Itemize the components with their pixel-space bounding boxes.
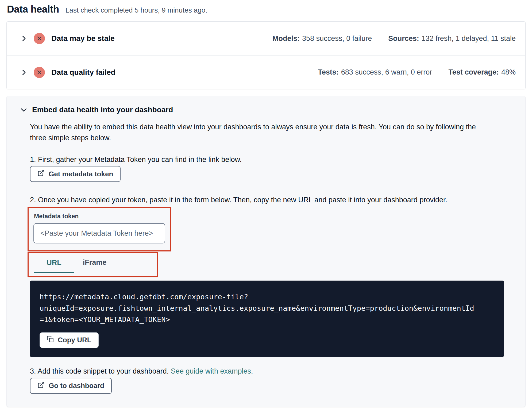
last-check-status: Last check completed 5 hours, 9 minutes … [65, 6, 207, 14]
status-row-left: Data may be stale [20, 33, 115, 44]
embed-section-header[interactable]: Embed data health into your dashboard [20, 106, 504, 114]
status-card: Data may be stale Models:358 success, 0 … [6, 21, 526, 89]
step-2-text: 2. Once you have copied your token, past… [30, 196, 504, 204]
copy-url-label: Copy URL [58, 336, 91, 344]
go-to-dashboard-label: Go to dashboard [49, 382, 104, 390]
embed-url-line: https://metadata.cloud.getdbt.com/exposu… [40, 291, 494, 303]
embed-description: You have the ability to embed this data … [30, 122, 490, 143]
metadata-token-label: Metadata token [34, 213, 165, 220]
models-stat: Models:358 success, 0 failure [272, 34, 372, 43]
guide-examples-link[interactable]: See guide with examples [171, 367, 251, 375]
copy-icon [47, 336, 54, 344]
step-1-text: 1. First, gather your Metadata Token you… [30, 156, 504, 164]
tab-iframe[interactable]: iFrame [74, 254, 115, 273]
data-health-page: Data health Last check completed 5 hours… [0, 0, 532, 407]
sources-stat: Sources:132 fresh, 1 delayed, 11 stale [388, 34, 516, 43]
get-metadata-token-button[interactable]: Get metadata token [30, 166, 121, 182]
output-format-tab-bar: URL iFrame [30, 254, 504, 273]
status-row-title: Data quality failed [51, 68, 115, 77]
embed-url-code-block: https://metadata.cloud.getdbt.com/exposu… [30, 281, 504, 357]
step-3-prefix: 3. Add this code snippet to your dashboa… [30, 367, 171, 375]
error-x-icon [34, 33, 45, 44]
copy-url-button[interactable]: Copy URL [40, 332, 99, 348]
go-to-dashboard-button[interactable]: Go to dashboard [30, 378, 112, 394]
chevron-down-icon[interactable] [20, 106, 28, 114]
chevron-right-icon[interactable] [20, 68, 28, 76]
embed-url-line: =1&token=<YOUR_METADATA_TOKEN> [40, 314, 494, 325]
get-metadata-token-label: Get metadata token [49, 170, 113, 178]
status-row-stats: Tests:683 success, 6 warn, 0 error Test … [318, 67, 516, 77]
embed-url-line: uniqueId=exposure.fishtown_internal_anal… [40, 303, 494, 314]
embed-section: Embed data health into your dashboard Yo… [6, 96, 526, 407]
stat-divider [440, 67, 440, 77]
token-form-annotation-box: Metadata token [28, 207, 171, 251]
metadata-token-input[interactable] [33, 223, 165, 243]
chevron-right-icon[interactable] [20, 34, 28, 42]
status-row-data-stale[interactable]: Data may be stale Models:358 success, 0 … [7, 22, 525, 55]
embed-section-title: Embed data health into your dashboard [32, 106, 173, 114]
step-3-suffix: . [251, 367, 253, 375]
external-link-icon [37, 381, 45, 390]
status-row-data-quality[interactable]: Data quality failed Tests:683 success, 6… [7, 55, 525, 89]
stat-divider [380, 33, 380, 44]
external-link-icon [37, 169, 45, 179]
step-3-text: 3. Add this code snippet to your dashboa… [30, 367, 504, 375]
test-coverage-stat: Test coverage:48% [448, 68, 516, 76]
tab-url[interactable]: URL [34, 254, 74, 273]
status-row-title: Data may be stale [51, 34, 115, 43]
page-header: Data health Last check completed 5 hours… [6, 4, 526, 15]
status-row-left: Data quality failed [20, 67, 115, 78]
page-title: Data health [7, 4, 59, 15]
status-row-stats: Models:358 success, 0 failure Sources:13… [272, 33, 516, 44]
tests-stat: Tests:683 success, 6 warn, 0 error [318, 68, 432, 76]
error-x-icon [34, 67, 45, 78]
